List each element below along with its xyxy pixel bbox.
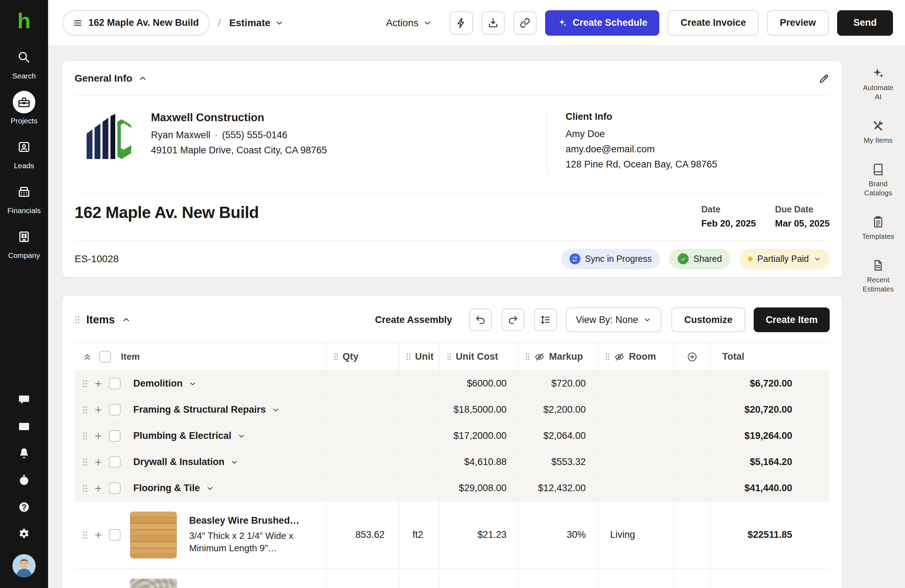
rail-item-recent-estimates[interactable]: Recent Estimates (862, 259, 894, 294)
rail-item-my-items[interactable]: My Items (862, 119, 894, 145)
sidebar-item-company[interactable]: Company (8, 225, 40, 260)
item-qty[interactable]: 853.62 (326, 501, 399, 568)
mail-button[interactable] (17, 420, 31, 433)
undo-button[interactable] (469, 309, 492, 331)
chevron-down-icon[interactable] (237, 432, 246, 440)
chat-button[interactable] (17, 393, 31, 406)
item-markup[interactable]: 30% (518, 501, 598, 568)
date-label: Date (701, 204, 756, 214)
drag-handle-icon[interactable] (526, 353, 530, 360)
shared-badge[interactable]: Shared (669, 249, 730, 269)
item-room[interactable]: Living (598, 501, 674, 568)
item-unit[interactable]: ft2 (399, 569, 440, 588)
row-checkbox[interactable] (109, 430, 121, 442)
drag-handle-icon[interactable] (83, 406, 88, 414)
edit-pencil-icon[interactable] (818, 73, 830, 84)
section-selector[interactable]: Estimate (229, 17, 284, 29)
company-icon (17, 230, 31, 244)
sync-status-badge[interactable]: Sync in Progress (561, 249, 660, 269)
row-height-button[interactable] (534, 309, 557, 331)
collapse-all-icon[interactable] (83, 352, 92, 362)
group-row: Drywall & Insulation $4,610.88 $553.32 $… (75, 449, 830, 475)
add-row-icon[interactable] (93, 530, 103, 540)
row-checkbox[interactable] (109, 404, 121, 415)
drag-handle-icon[interactable] (83, 458, 88, 466)
row-checkbox[interactable] (109, 482, 121, 494)
customize-button[interactable]: Customize (671, 307, 745, 332)
houzz-logo[interactable]: h (17, 10, 31, 32)
item-name[interactable]: Beasley Wire Brushed… (189, 515, 316, 526)
download-button[interactable] (481, 11, 505, 35)
sidebar-item-projects[interactable]: Projects (11, 91, 38, 125)
redo-button[interactable] (502, 309, 524, 331)
rail-item-automate-ai[interactable]: Automate AI (862, 67, 894, 101)
product-thumbnail[interactable] (130, 511, 177, 559)
chevron-down-icon[interactable] (272, 406, 280, 414)
row-checkbox[interactable] (109, 456, 121, 468)
my-items-icon (872, 119, 885, 133)
rail-item-templates[interactable]: Templates (862, 215, 894, 241)
notifications-button[interactable] (17, 447, 31, 460)
create-assembly-button[interactable]: Create Assembly (375, 314, 452, 325)
project-title-row: 162 Maple Av. New Build Date Feb 20, 202… (75, 192, 830, 240)
add-row-icon[interactable] (93, 405, 103, 415)
copy-link-button[interactable] (513, 11, 537, 35)
item-unit-cost[interactable]: $19.04 (440, 569, 518, 588)
row-checkbox[interactable] (109, 378, 121, 390)
templates-icon (872, 215, 885, 229)
item-qty[interactable]: 563.93 (326, 569, 399, 588)
project-switcher[interactable]: 162 Maple Av. New Build (62, 10, 210, 36)
avatar[interactable] (13, 554, 36, 577)
row-checkbox[interactable] (109, 529, 121, 540)
item-unit-cost[interactable]: $21.23 (440, 501, 518, 568)
drag-handle-icon[interactable] (447, 353, 451, 360)
drag-handle-icon[interactable] (83, 484, 88, 493)
chevron-down-icon[interactable] (206, 484, 214, 493)
time-tracking-button[interactable] (17, 474, 31, 487)
rail-item-label: Brand Catalogs (862, 179, 894, 198)
group-total: $41,440.00 (710, 475, 830, 501)
item-markup[interactable]: 30% (518, 569, 598, 588)
drag-handle-icon[interactable] (75, 315, 80, 324)
view-by-dropdown[interactable]: View By: None (566, 307, 662, 332)
sidebar-item-search[interactable]: Search (13, 46, 36, 80)
send-button[interactable]: Send (837, 10, 893, 36)
payment-status-badge[interactable]: Partially Paid (740, 249, 830, 269)
add-row-icon[interactable] (93, 431, 103, 441)
eye-off-icon[interactable] (534, 352, 545, 362)
drag-handle-icon[interactable] (605, 353, 610, 360)
settings-button[interactable] (17, 527, 31, 540)
add-column-icon[interactable] (686, 351, 698, 363)
add-row-icon[interactable] (93, 379, 103, 389)
group-markup: $2,200.00 (518, 397, 598, 423)
drag-handle-icon[interactable] (83, 432, 88, 440)
chevron-down-icon[interactable] (230, 458, 239, 466)
preview-button[interactable]: Preview (767, 10, 829, 36)
sync-status-label: Sync in Progress (585, 254, 652, 264)
drag-handle-icon[interactable] (334, 353, 338, 360)
chevron-down-icon[interactable] (189, 379, 197, 388)
eye-off-icon[interactable] (614, 352, 625, 362)
project-pill-label: 162 Maple Av. New Build (88, 17, 199, 28)
help-button[interactable] (17, 500, 31, 514)
product-thumbnail[interactable] (130, 578, 177, 588)
actions-menu[interactable]: Actions (386, 17, 432, 29)
quick-actions-button[interactable] (450, 11, 473, 35)
create-invoice-button[interactable]: Create Invoice (668, 10, 759, 36)
sidebar-item-financials[interactable]: Financials (8, 181, 41, 215)
drag-handle-icon[interactable] (83, 531, 88, 539)
item-unit[interactable]: ft2 (399, 501, 440, 568)
rail-item-brand-catalogs[interactable]: Brand Catalogs (862, 163, 894, 198)
check-icon (680, 255, 686, 262)
create-schedule-button[interactable]: Create Schedule (545, 10, 660, 36)
chevron-up-icon[interactable] (138, 73, 148, 83)
select-all-checkbox[interactable] (99, 351, 111, 363)
drag-handle-icon[interactable] (406, 353, 411, 360)
chevron-up-icon[interactable] (121, 315, 131, 325)
item-room[interactable]: Bedroom (598, 569, 674, 588)
drag-handle-icon[interactable] (83, 379, 88, 388)
create-item-button[interactable]: Create Item (754, 307, 830, 332)
add-row-icon[interactable] (93, 483, 103, 493)
add-row-icon[interactable] (93, 457, 103, 467)
sidebar-item-leads[interactable]: Leads (13, 136, 35, 170)
